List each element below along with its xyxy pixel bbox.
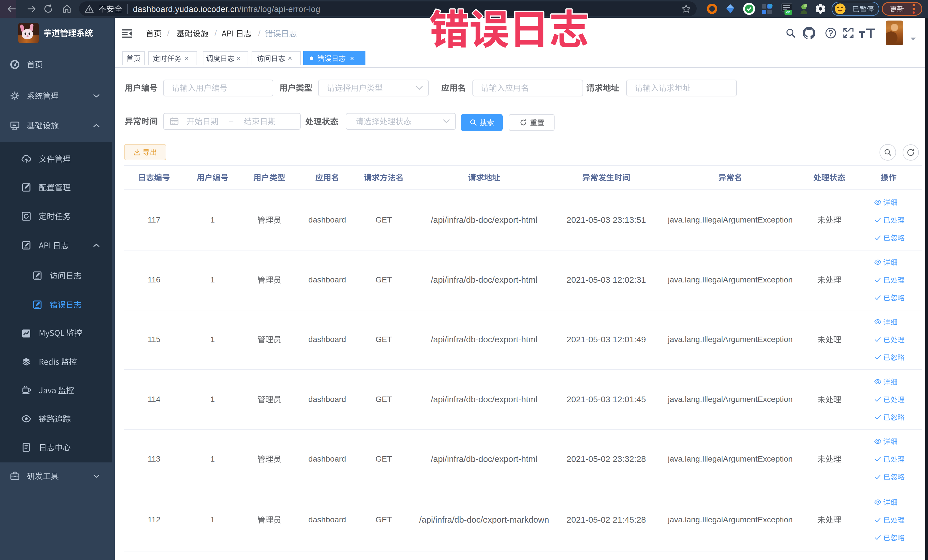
svg-text:on: on xyxy=(786,10,791,14)
